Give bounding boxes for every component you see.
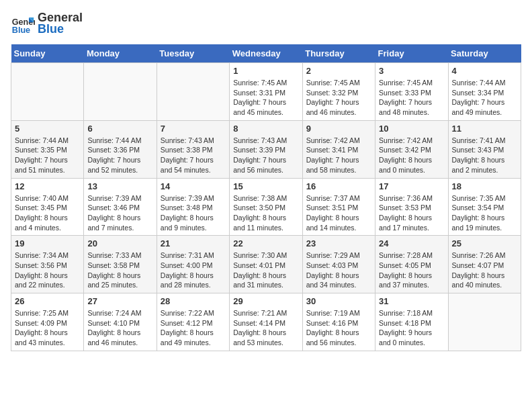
day-info: Sunrise: 7:25 AM Sunset: 4:09 PM Dayligh… (15, 308, 80, 348)
calendar-cell: 19Sunrise: 7:34 AM Sunset: 3:56 PM Dayli… (11, 236, 84, 293)
day-number: 8 (233, 124, 298, 134)
day-info: Sunrise: 7:34 AM Sunset: 3:56 PM Dayligh… (15, 250, 80, 290)
calendar-cell: 25Sunrise: 7:26 AM Sunset: 4:07 PM Dayli… (448, 236, 521, 293)
week-row-3: 12Sunrise: 7:40 AM Sunset: 3:45 PM Dayli… (11, 178, 521, 236)
day-info: Sunrise: 7:35 AM Sunset: 3:54 PM Dayligh… (452, 193, 517, 233)
calendar-cell: 30Sunrise: 7:19 AM Sunset: 4:16 PM Dayli… (302, 293, 375, 351)
calendar-cell: 22Sunrise: 7:30 AM Sunset: 4:01 PM Dayli… (230, 236, 302, 293)
day-number: 27 (87, 296, 152, 306)
calendar-cell: 12Sunrise: 7:40 AM Sunset: 3:45 PM Dayli… (11, 178, 84, 236)
day-number: 23 (306, 238, 371, 248)
day-number: 24 (379, 238, 444, 248)
day-info: Sunrise: 7:42 AM Sunset: 3:42 PM Dayligh… (379, 136, 444, 175)
day-number: 11 (452, 124, 517, 134)
day-info: Sunrise: 7:43 AM Sunset: 3:39 PM Dayligh… (233, 136, 298, 175)
calendar-cell: 11Sunrise: 7:41 AM Sunset: 3:43 PM Dayli… (448, 120, 521, 178)
day-number: 13 (87, 181, 152, 191)
day-number: 30 (306, 296, 371, 306)
day-number: 14 (161, 181, 226, 191)
day-info: Sunrise: 7:19 AM Sunset: 4:16 PM Dayligh… (306, 308, 371, 348)
day-number: 25 (452, 238, 517, 248)
calendar-cell: 1Sunrise: 7:45 AM Sunset: 3:31 PM Daylig… (230, 63, 302, 121)
day-info: Sunrise: 7:37 AM Sunset: 3:51 PM Dayligh… (306, 193, 371, 233)
day-info: Sunrise: 7:45 AM Sunset: 3:32 PM Dayligh… (306, 78, 371, 118)
calendar-cell (11, 63, 84, 121)
day-number: 10 (379, 124, 444, 134)
day-info: Sunrise: 7:24 AM Sunset: 4:10 PM Dayligh… (87, 308, 152, 348)
calendar-cell: 24Sunrise: 7:28 AM Sunset: 4:05 PM Dayli… (375, 236, 448, 293)
day-info: Sunrise: 7:44 AM Sunset: 3:36 PM Dayligh… (87, 136, 152, 175)
weekday-header-monday: Monday (84, 44, 157, 63)
calendar-cell: 28Sunrise: 7:22 AM Sunset: 4:12 PM Dayli… (157, 293, 229, 351)
calendar-cell: 4Sunrise: 7:44 AM Sunset: 3:34 PM Daylig… (448, 63, 521, 121)
day-number: 21 (161, 238, 226, 248)
week-row-5: 26Sunrise: 7:25 AM Sunset: 4:09 PM Dayli… (11, 293, 521, 351)
calendar-cell: 3Sunrise: 7:45 AM Sunset: 3:33 PM Daylig… (375, 63, 448, 121)
day-number: 1 (233, 66, 298, 76)
day-info: Sunrise: 7:42 AM Sunset: 3:41 PM Dayligh… (306, 136, 371, 175)
day-number: 29 (233, 296, 298, 306)
day-number: 5 (15, 124, 80, 134)
day-info: Sunrise: 7:30 AM Sunset: 4:01 PM Dayligh… (233, 250, 298, 290)
calendar-cell: 27Sunrise: 7:24 AM Sunset: 4:10 PM Dayli… (84, 293, 157, 351)
day-number: 3 (379, 66, 444, 76)
day-info: Sunrise: 7:39 AM Sunset: 3:48 PM Dayligh… (161, 193, 226, 233)
day-number: 28 (161, 296, 226, 306)
weekday-header-thursday: Thursday (302, 44, 375, 63)
calendar-table: SundayMondayTuesdayWednesdayThursdayFrid… (11, 44, 521, 351)
calendar-cell: 5Sunrise: 7:44 AM Sunset: 3:35 PM Daylig… (11, 120, 84, 178)
day-number: 18 (452, 181, 517, 191)
calendar-cell: 20Sunrise: 7:33 AM Sunset: 3:58 PM Dayli… (84, 236, 157, 293)
calendar-cell: 26Sunrise: 7:25 AM Sunset: 4:09 PM Dayli… (11, 293, 84, 351)
day-info: Sunrise: 7:44 AM Sunset: 3:35 PM Dayligh… (15, 136, 80, 175)
calendar-cell: 9Sunrise: 7:42 AM Sunset: 3:41 PM Daylig… (302, 120, 375, 178)
day-info: Sunrise: 7:33 AM Sunset: 3:58 PM Dayligh… (87, 250, 152, 290)
calendar-cell: 16Sunrise: 7:37 AM Sunset: 3:51 PM Dayli… (302, 178, 375, 236)
day-number: 2 (306, 66, 371, 76)
day-info: Sunrise: 7:39 AM Sunset: 3:46 PM Dayligh… (87, 193, 152, 233)
calendar-cell: 23Sunrise: 7:29 AM Sunset: 4:03 PM Dayli… (302, 236, 375, 293)
page-header: General Blue General Blue (11, 11, 521, 36)
calendar-cell: 29Sunrise: 7:21 AM Sunset: 4:14 PM Dayli… (230, 293, 302, 351)
day-number: 7 (161, 124, 226, 134)
svg-text:Blue: Blue (12, 26, 30, 35)
day-number: 16 (306, 181, 371, 191)
calendar-cell: 2Sunrise: 7:45 AM Sunset: 3:32 PM Daylig… (302, 63, 375, 121)
day-info: Sunrise: 7:38 AM Sunset: 3:50 PM Dayligh… (233, 193, 298, 233)
day-info: Sunrise: 7:18 AM Sunset: 4:18 PM Dayligh… (379, 308, 444, 348)
calendar-cell: 14Sunrise: 7:39 AM Sunset: 3:48 PM Dayli… (157, 178, 229, 236)
week-row-4: 19Sunrise: 7:34 AM Sunset: 3:56 PM Dayli… (11, 236, 521, 293)
day-number: 19 (15, 238, 80, 248)
day-info: Sunrise: 7:36 AM Sunset: 3:53 PM Dayligh… (379, 193, 444, 233)
day-info: Sunrise: 7:40 AM Sunset: 3:45 PM Dayligh… (15, 193, 80, 233)
day-info: Sunrise: 7:44 AM Sunset: 3:34 PM Dayligh… (452, 78, 517, 118)
week-row-1: 1Sunrise: 7:45 AM Sunset: 3:31 PM Daylig… (11, 63, 521, 121)
calendar-cell: 21Sunrise: 7:31 AM Sunset: 4:00 PM Dayli… (157, 236, 229, 293)
weekday-header-wednesday: Wednesday (230, 44, 302, 63)
day-number: 12 (15, 181, 80, 191)
logo-icon: General Blue (11, 11, 35, 36)
week-row-2: 5Sunrise: 7:44 AM Sunset: 3:35 PM Daylig… (11, 120, 521, 178)
weekday-header-tuesday: Tuesday (157, 44, 229, 63)
logo: General Blue General Blue (11, 11, 83, 36)
calendar-cell: 7Sunrise: 7:43 AM Sunset: 3:38 PM Daylig… (157, 120, 229, 178)
calendar-body: 1Sunrise: 7:45 AM Sunset: 3:31 PM Daylig… (11, 63, 521, 351)
weekday-header-saturday: Saturday (448, 44, 521, 63)
calendar-cell: 31Sunrise: 7:18 AM Sunset: 4:18 PM Dayli… (375, 293, 448, 351)
calendar-cell: 18Sunrise: 7:35 AM Sunset: 3:54 PM Dayli… (448, 178, 521, 236)
day-number: 22 (233, 238, 298, 248)
weekday-header-row: SundayMondayTuesdayWednesdayThursdayFrid… (11, 44, 521, 63)
day-number: 26 (15, 296, 80, 306)
calendar-cell: 17Sunrise: 7:36 AM Sunset: 3:53 PM Dayli… (375, 178, 448, 236)
day-number: 15 (233, 181, 298, 191)
day-info: Sunrise: 7:26 AM Sunset: 4:07 PM Dayligh… (452, 250, 517, 290)
weekday-header-friday: Friday (375, 44, 448, 63)
calendar-cell (84, 63, 157, 121)
day-info: Sunrise: 7:22 AM Sunset: 4:12 PM Dayligh… (161, 308, 226, 348)
day-number: 17 (379, 181, 444, 191)
calendar-cell (448, 293, 521, 351)
weekday-header-sunday: Sunday (11, 44, 84, 63)
day-number: 9 (306, 124, 371, 134)
day-info: Sunrise: 7:45 AM Sunset: 3:33 PM Dayligh… (379, 78, 444, 118)
day-number: 4 (452, 66, 517, 76)
